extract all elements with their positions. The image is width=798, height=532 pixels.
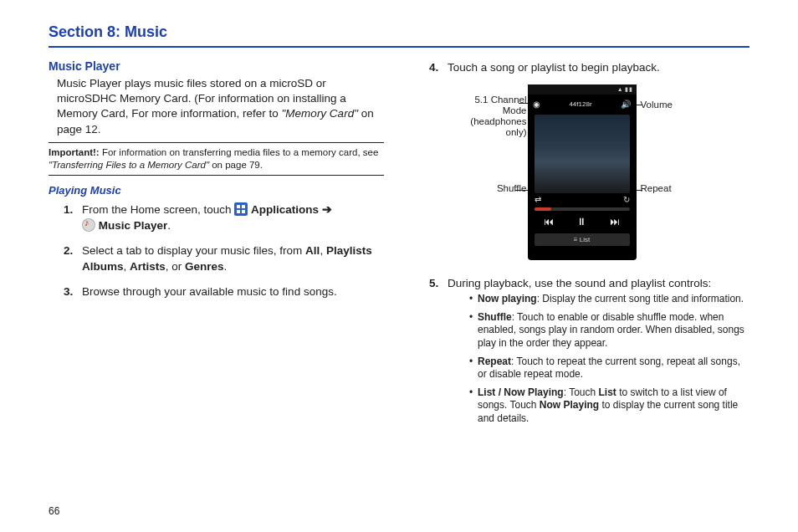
phone-diagram: 5.1 Channel Mode (headphones only) Shuff… bbox=[465, 84, 699, 269]
bullet-shuffle: Shuffle: Touch to enable or disable shuf… bbox=[469, 311, 749, 350]
manual-page: Section 8: Music Music Player Music Play… bbox=[0, 0, 798, 532]
important-ref: "Transferring Files to a Memory Card" bbox=[49, 160, 209, 170]
intro-paragraph: Music Player plays music files stored on… bbox=[57, 76, 384, 137]
callout-repeat: Repeat bbox=[641, 183, 672, 194]
right-column: Touch a song or playlist to begin playba… bbox=[414, 59, 749, 433]
left-column: Music Player Music Player plays music fi… bbox=[49, 59, 384, 433]
b1-head: Now playing bbox=[478, 293, 537, 304]
step1-b: Applications bbox=[251, 203, 322, 216]
phone-album-art bbox=[535, 115, 630, 193]
step2-all: All bbox=[305, 244, 320, 257]
step-1: From the Home screen, touch Applications… bbox=[64, 202, 384, 234]
step2-artists: Artists bbox=[130, 260, 166, 273]
step2-a: Select a tab to display your music files… bbox=[82, 244, 305, 257]
step2-playlists: Playlists bbox=[326, 244, 372, 257]
phone-topbar: ◉ 44f128r 🔊 bbox=[528, 95, 637, 115]
section-title: Section 8: Music bbox=[49, 23, 749, 48]
b4-m1: : Touch bbox=[564, 386, 599, 398]
step2-genres: Genres bbox=[185, 260, 224, 273]
steps-left: From the Home screen, touch Applications… bbox=[64, 202, 384, 300]
callout-shuffle: Shuffle bbox=[465, 183, 527, 194]
steps-right-2: During playback, use the sound and playl… bbox=[429, 275, 749, 426]
b1-body: : Display the current song title and inf… bbox=[537, 293, 744, 304]
heading-music-player: Music Player bbox=[49, 59, 384, 73]
phone-track: 44f128r bbox=[569, 100, 591, 108]
step2-end: . bbox=[224, 260, 228, 273]
important-post: on page 79. bbox=[209, 160, 263, 170]
step2-c2: , bbox=[124, 260, 130, 273]
heading-playing-music: Playing Music bbox=[49, 184, 384, 197]
repeat-icon: ↻ bbox=[623, 195, 630, 204]
important-note: Important!: For information on transferr… bbox=[49, 142, 384, 176]
phone-progress bbox=[535, 207, 630, 211]
step1-a: From the Home screen, touch bbox=[82, 203, 234, 216]
columns: Music Player Music Player plays music fi… bbox=[49, 59, 749, 433]
phone-mockup: ▲ ▮ ▮ ◉ 44f128r 🔊 ⇄ ↻ ⏮ ⏸ bbox=[528, 84, 637, 260]
step-5: During playback, use the sound and playl… bbox=[429, 275, 749, 426]
step2-or: , or bbox=[166, 260, 185, 273]
phone-list-button: ≡ List bbox=[535, 233, 630, 246]
step1-c: Music Player bbox=[99, 219, 168, 232]
phone-controls: ⏮ ⏸ ⏭ bbox=[528, 212, 637, 231]
step5-text: During playback, use the sound and playl… bbox=[448, 277, 711, 289]
bullet-repeat: Repeat: Touch to repeat the current song… bbox=[469, 356, 749, 381]
b4-head: List / Now Playing bbox=[478, 386, 564, 398]
next-icon: ⏭ bbox=[610, 216, 620, 228]
b4-list: List bbox=[599, 386, 616, 398]
pause-icon: ⏸ bbox=[576, 216, 586, 228]
step1-d: . bbox=[167, 219, 171, 232]
steps-right: Touch a song or playlist to begin playba… bbox=[429, 59, 749, 76]
important-pre: For information on transferring media fi… bbox=[102, 147, 378, 157]
important-label: Important!: bbox=[49, 147, 102, 157]
step-3: Browse through your available music to f… bbox=[64, 284, 384, 300]
b4-np: Now Playing bbox=[540, 399, 599, 411]
shuffle-icon: ⇄ bbox=[535, 195, 541, 204]
b2-head: Shuffle bbox=[478, 311, 512, 323]
prev-icon: ⏮ bbox=[544, 216, 554, 228]
callout-volume: Volume bbox=[641, 100, 673, 110]
callout-51channel: 5.1 Channel Mode (headphones only) bbox=[465, 95, 527, 139]
b2-body: : Touch to enable or disable shuffle mod… bbox=[478, 311, 744, 349]
applications-icon bbox=[234, 202, 248, 216]
page-number: 66 bbox=[49, 505, 59, 517]
music-player-icon bbox=[82, 218, 95, 232]
step-2: Select a tab to display your music files… bbox=[64, 243, 384, 275]
b3-head: Repeat bbox=[478, 356, 511, 367]
controls-list: Now playing: Display the current song ti… bbox=[469, 293, 749, 425]
b3-body: : Touch to repeat the current song, repe… bbox=[478, 356, 740, 381]
volume-icon: 🔊 bbox=[621, 100, 631, 109]
bullet-list-nowplaying: List / Now Playing: Touch List to switch… bbox=[469, 386, 749, 426]
intro-ref: "Memory Card" bbox=[282, 107, 358, 120]
phone-mode-row: ⇄ ↻ bbox=[528, 193, 637, 206]
step-4: Touch a song or playlist to begin playba… bbox=[429, 59, 749, 76]
channel-icon: ◉ bbox=[533, 100, 540, 109]
step2-albums: Albums bbox=[82, 260, 124, 273]
bullet-now-playing: Now playing: Display the current song ti… bbox=[469, 293, 749, 306]
phone-status-bar: ▲ ▮ ▮ bbox=[528, 84, 637, 95]
step2-c1: , bbox=[320, 244, 326, 257]
arrow-icon: ➔ bbox=[322, 203, 332, 216]
